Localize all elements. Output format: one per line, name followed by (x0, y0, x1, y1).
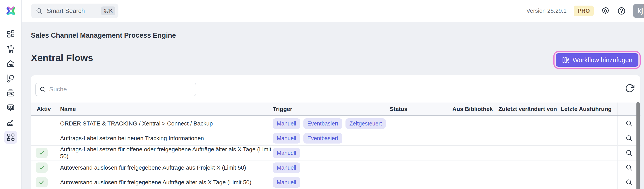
sales-cart-icon (6, 44, 16, 54)
warehouse-icon (6, 59, 16, 69)
pos-display-icon (6, 103, 16, 113)
main-content: Sales Channel Management Process Engine … (22, 22, 644, 189)
bibliothek-cell (452, 146, 498, 160)
sidebar-item-sales[interactable] (4, 43, 17, 56)
column-header-veraendert[interactable]: Zuletzt verändert von (498, 103, 561, 115)
column-header-name[interactable]: Name (60, 103, 273, 115)
ausfuehrung-cell (561, 131, 617, 145)
add-workflow-button[interactable]: Workflow hinzufügen (556, 53, 638, 67)
table-search-input[interactable] (49, 86, 183, 93)
workflow-name: ORDER STATE & TRACKING / Xentral > Conne… (60, 120, 213, 127)
workflow-name: Auftrags-Label setzen für offene oder fr… (60, 146, 273, 160)
column-header-trigger[interactable]: Trigger (273, 103, 390, 115)
scrollbar-thumb[interactable] (636, 102, 640, 189)
column-header-aktiv[interactable]: Aktiv (31, 103, 60, 115)
shortcut-badge: ⌘K (101, 7, 115, 15)
bibliothek-cell (452, 175, 498, 189)
xentral-logo-icon (5, 5, 17, 17)
version-label: Version 25.29.1 (526, 7, 567, 14)
help-button[interactable] (617, 7, 626, 15)
page-title: Xentral Flows (31, 52, 93, 63)
analytics-trend-icon (6, 118, 16, 127)
sidebar-item-flows[interactable] (4, 131, 17, 144)
ausfuehrung-cell (561, 175, 617, 189)
ausfuehrung-cell (561, 146, 617, 160)
sidebar-item-pos[interactable] (4, 101, 17, 114)
veraendert-cell (498, 146, 561, 160)
smart-search-button[interactable]: Smart Search ⌘K (31, 4, 118, 18)
bibliothek-cell (452, 131, 498, 145)
bibliothek-cell (452, 160, 498, 175)
gear-icon (601, 6, 610, 16)
active-check-badge (36, 177, 48, 187)
magnifier-icon (625, 149, 633, 157)
workflow-name: Autoversand auslösen für freigegebene Au… (60, 179, 252, 186)
status-cell (390, 131, 452, 145)
search-icon (40, 86, 46, 93)
active-check-badge (36, 162, 48, 173)
trigger-badge: Manuell (273, 118, 300, 129)
table-header: Aktiv Name Trigger Status Aus Bibliothek… (31, 103, 640, 116)
table-row[interactable]: Autoversand auslösen für freigegebene Au… (31, 175, 640, 189)
row-view-button[interactable] (625, 164, 633, 171)
trigger-badges: Manuell (273, 146, 390, 160)
magnifier-icon (625, 134, 633, 142)
check-icon (38, 179, 45, 185)
status-cell (390, 146, 452, 160)
column-header-status[interactable]: Status (390, 103, 452, 115)
dashboard-grid-icon (6, 30, 16, 39)
trigger-badges: ManuellEventbasiertZeitgesteuert (273, 116, 390, 131)
magnifier-icon (625, 120, 633, 127)
check-icon (38, 164, 45, 171)
trigger-badge: Manuell (273, 162, 300, 173)
table-body: ORDER STATE & TRACKING / Xentral > Conne… (31, 116, 640, 189)
sidebar-item-logistics[interactable] (4, 72, 17, 85)
user-avatar[interactable]: kj (633, 4, 644, 18)
add-workflow-label: Workflow hinzufügen (572, 56, 632, 64)
highlight-annotation: Workflow hinzufügen (554, 51, 641, 69)
row-view-button[interactable] (625, 178, 633, 186)
table-row[interactable]: Autoversand auslösen für freigegebene Au… (31, 160, 640, 175)
smart-search-label: Smart Search (47, 7, 85, 15)
trigger-badge: Manuell (273, 133, 300, 143)
sidebar-item-dashboard[interactable] (4, 28, 17, 41)
xentral-logo[interactable] (0, 0, 22, 22)
trigger-badge: Zeitgesteuert (346, 118, 386, 129)
workflow-name: Autoversand auslösen für freigegebene Au… (60, 164, 246, 171)
sidebar-nav (0, 22, 21, 144)
topbar: Smart Search ⌘K Version 25.29.1 PRO kj (22, 0, 644, 22)
trigger-badges: Manuell (273, 160, 390, 175)
column-header-ausfuehrung[interactable]: Letzte Ausführung (561, 103, 617, 115)
status-cell (390, 116, 452, 131)
trigger-badge: Eventbasiert (304, 133, 342, 143)
row-view-button[interactable] (625, 120, 633, 127)
row-view-button[interactable] (625, 134, 633, 142)
status-cell (390, 160, 452, 175)
table-search-field (36, 83, 196, 96)
bibliothek-cell (452, 116, 498, 131)
column-header-bibliothek[interactable]: Aus Bibliothek (452, 103, 498, 115)
sidebar-item-finance[interactable] (4, 87, 17, 100)
sidebar-item-warehouse[interactable] (4, 57, 17, 70)
trigger-badge: Manuell (273, 177, 300, 188)
table-row[interactable]: Auftrags-Label setzen für offene oder fr… (31, 146, 640, 160)
search-icon (36, 7, 43, 15)
sidebar-item-analytics[interactable] (4, 116, 17, 129)
breadcrumb-title: Sales Channel Management Process Engine (31, 32, 176, 40)
refresh-button[interactable] (625, 83, 635, 93)
row-view-button[interactable] (625, 149, 633, 157)
workflows-panel: Aktiv Name Trigger Status Aus Bibliothek… (31, 75, 640, 189)
avatar-initials: kj (637, 7, 643, 15)
table-row[interactable]: Auftrags-Label setzen bei neuen Tracking… (31, 131, 640, 146)
magnifier-icon (625, 178, 633, 186)
magnifier-icon (625, 164, 633, 171)
table-row[interactable]: ORDER STATE & TRACKING / Xentral > Conne… (31, 116, 640, 131)
veraendert-cell (498, 175, 561, 189)
pro-plan-badge: PRO (574, 6, 594, 16)
workflow-name: Auftrags-Label setzen bei neuen Tracking… (60, 135, 204, 142)
veraendert-cell (498, 116, 561, 131)
trigger-badges: Manuell (273, 175, 390, 189)
settings-button[interactable] (601, 6, 610, 16)
check-icon (38, 150, 45, 156)
library-icon (562, 56, 569, 64)
